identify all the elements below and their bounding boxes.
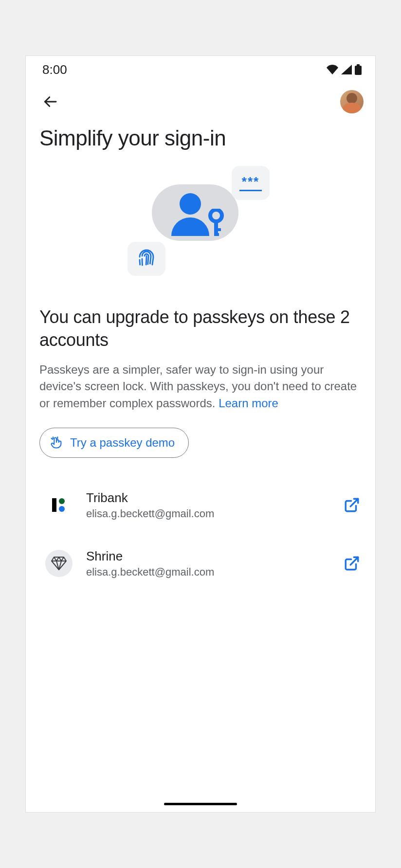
fingerprint-icon [135, 247, 158, 271]
svg-rect-10 [52, 498, 56, 512]
account-email: elisa.g.beckett@gmail.com [86, 566, 327, 579]
arrow-back-icon [42, 94, 58, 109]
svg-point-3 [210, 210, 222, 221]
section-body: Passkeys are a simpler, safer way to sig… [26, 352, 375, 412]
key-icon [207, 209, 225, 238]
battery-icon [355, 64, 362, 75]
open-external-button[interactable] [340, 552, 364, 575]
svg-point-11 [59, 498, 65, 504]
account-text: Tribank elisa.g.beckett@gmail.com [86, 490, 327, 520]
account-list: Tribank elisa.g.beckett@gmail.com [26, 458, 375, 587]
cell-signal-icon [341, 65, 352, 74]
account-row-shrine[interactable]: Shrine elisa.g.beckett@gmail.com [45, 540, 368, 587]
fingerprint-card-icon [128, 242, 165, 276]
passkey-illustration: *** [128, 165, 273, 282]
open-in-new-icon [344, 497, 360, 513]
back-button[interactable] [40, 92, 60, 111]
account-text: Shrine elisa.g.beckett@gmail.com [86, 548, 327, 579]
account-email: elisa.g.beckett@gmail.com [86, 507, 327, 520]
status-bar: 8:00 [26, 56, 375, 83]
asterisks-icon: *** [242, 175, 259, 188]
svg-rect-1 [357, 64, 360, 66]
svg-line-8 [52, 438, 53, 439]
open-in-new-icon [344, 555, 360, 572]
svg-line-15 [350, 557, 358, 565]
account-row-tribank[interactable]: Tribank elisa.g.beckett@gmail.com [45, 481, 368, 529]
svg-marker-14 [52, 557, 66, 570]
svg-point-12 [59, 506, 65, 512]
section-heading: You can upgrade to passkeys on these 2 a… [26, 287, 375, 352]
learn-more-link[interactable]: Learn more [219, 397, 278, 410]
status-time: 8:00 [42, 62, 67, 77]
try-passkey-demo-button[interactable]: Try a passkey demo [39, 428, 189, 458]
demo-button-label: Try a passkey demo [70, 436, 175, 450]
open-external-button[interactable] [340, 493, 364, 517]
svg-line-13 [350, 499, 358, 506]
account-name: Shrine [86, 548, 327, 565]
svg-rect-4 [214, 220, 218, 234]
svg-rect-0 [355, 66, 362, 75]
hand-tap-icon [50, 436, 63, 450]
body-text: Passkeys are a simpler, safer way to sig… [39, 363, 357, 410]
wifi-icon [327, 65, 338, 74]
navigation-handle[interactable] [164, 803, 237, 805]
toolbar [26, 86, 375, 117]
svg-rect-6 [214, 233, 219, 236]
shrine-app-icon [45, 550, 73, 577]
account-name: Tribank [86, 490, 327, 506]
status-icons [327, 64, 362, 75]
account-avatar[interactable] [340, 90, 364, 113]
page-title: Simplify your sign-in [26, 117, 375, 150]
phone-screen: 8:00 Simplify your sign-in *** [25, 55, 376, 813]
person-icon [171, 193, 209, 236]
password-card-icon: *** [232, 166, 270, 200]
diamond-icon [51, 556, 67, 571]
tribank-app-icon [45, 491, 73, 519]
svg-rect-5 [214, 228, 221, 231]
